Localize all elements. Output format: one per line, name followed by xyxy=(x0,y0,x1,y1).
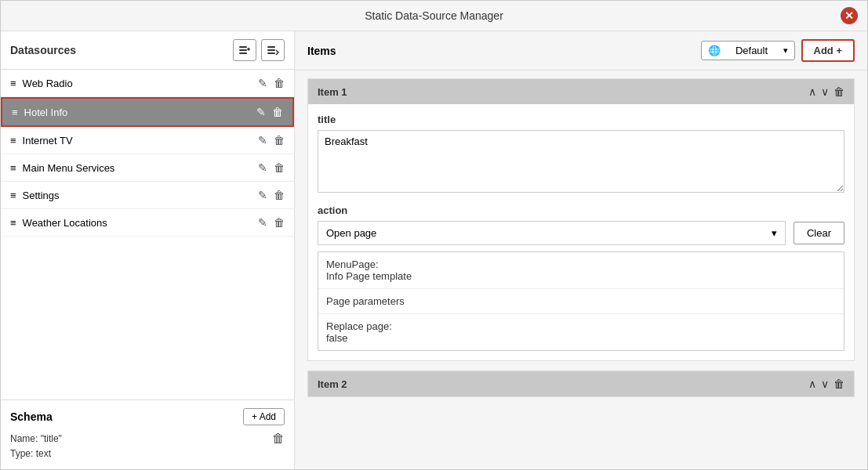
action-dropdown-label: Open page xyxy=(326,227,376,239)
lang-selector[interactable]: 🌐 Default ▾ xyxy=(701,41,795,60)
datasources-header: Datasources xyxy=(1,31,294,70)
lang-label: Default xyxy=(735,45,768,56)
item2-delete-button[interactable]: 🗑 xyxy=(833,378,844,390)
schema-info: Name: "title" Type: text xyxy=(10,432,62,461)
title-textarea[interactable]: Breakfast xyxy=(318,130,844,193)
datasource-item-settings[interactable]: ≡ Settings ✎ 🗑 xyxy=(1,182,294,209)
add-schema-button[interactable]: + Add xyxy=(243,408,285,425)
action-row: Open page ▾ Clear xyxy=(318,221,844,245)
action-field-label: action xyxy=(318,204,844,216)
svg-rect-7 xyxy=(267,52,275,54)
internet-tv-icon: ≡ xyxy=(10,135,16,146)
add-item-button[interactable]: Add + xyxy=(801,39,855,62)
web-radio-label: Web Radio xyxy=(23,78,73,89)
left-panel: Datasources xyxy=(1,31,295,469)
web-radio-icon: ≡ xyxy=(10,78,16,89)
datasource-list: ≡ Web Radio ✎ 🗑 ≡ Hotel Info ✎ xyxy=(1,70,294,400)
svg-rect-6 xyxy=(267,49,275,51)
config-datasource-icon xyxy=(267,44,279,56)
internet-tv-edit-icon[interactable]: ✎ xyxy=(258,134,267,146)
item1-controls: ∧ ∨ 🗑 xyxy=(808,85,844,98)
datasource-add-icon-btn[interactable] xyxy=(233,39,256,61)
internet-tv-label: Internet TV xyxy=(23,135,73,146)
item2-card: Item 2 ∧ ∨ 🗑 xyxy=(307,371,855,397)
schema-section: Schema + Add Name: "title" Type: text 🗑 xyxy=(1,400,294,469)
schema-title: Schema xyxy=(10,410,53,423)
window-title: Static Data-Source Manager xyxy=(27,9,841,22)
weather-icon: ≡ xyxy=(10,217,16,229)
weather-label: Weather Locations xyxy=(23,217,107,229)
hotel-info-edit-icon[interactable]: ✎ xyxy=(256,106,266,118)
main-menu-label: Main Menu Services xyxy=(23,162,115,174)
action-dropdown[interactable]: Open page ▾ xyxy=(318,221,786,245)
main-menu-edit-icon[interactable]: ✎ xyxy=(258,161,267,174)
item1-up-button[interactable]: ∧ xyxy=(808,85,816,98)
datasource-config-icon-btn[interactable] xyxy=(261,39,285,61)
hotel-info-delete-icon[interactable]: 🗑 xyxy=(272,106,283,118)
svg-rect-1 xyxy=(239,49,247,51)
internet-tv-delete-icon[interactable]: 🗑 xyxy=(274,134,285,146)
svg-rect-0 xyxy=(239,46,247,48)
item2-down-button[interactable]: ∨ xyxy=(821,378,829,390)
main-area: Datasources xyxy=(1,31,867,469)
param-row-replace-page: Replace page:false xyxy=(318,314,844,350)
item2-title: Item 2 xyxy=(318,378,347,390)
svg-rect-2 xyxy=(239,52,247,54)
item2-card-header: Item 2 ∧ ∨ 🗑 xyxy=(308,371,854,396)
svg-rect-4 xyxy=(248,48,249,51)
schema-name: Name: "title" xyxy=(10,432,62,446)
lang-chevron-icon: ▾ xyxy=(783,45,788,56)
main-menu-icon: ≡ xyxy=(10,162,16,174)
item1-body: title Breakfast action Open page ▾ Clear xyxy=(308,104,854,360)
clear-button[interactable]: Clear xyxy=(794,222,844,244)
datasource-item-weather-locations[interactable]: ≡ Weather Locations ✎ 🗑 xyxy=(1,209,294,237)
items-controls: 🌐 Default ▾ Add + xyxy=(701,39,855,62)
main-window: Static Data-Source Manager ✕ Datasources xyxy=(0,0,868,470)
schema-delete-icon[interactable]: 🗑 xyxy=(272,432,285,446)
item1-card-header: Item 1 ∧ ∨ 🗑 xyxy=(308,79,854,104)
item1-down-button[interactable]: ∨ xyxy=(821,85,829,98)
datasource-item-web-radio[interactable]: ≡ Web Radio ✎ 🗑 xyxy=(1,70,294,97)
right-panel: Items 🌐 Default ▾ Add + Item 1 xyxy=(295,31,867,469)
item1-delete-button[interactable]: 🗑 xyxy=(833,85,844,98)
item2-up-button[interactable]: ∧ xyxy=(808,378,816,390)
datasource-item-main-menu-services[interactable]: ≡ Main Menu Services ✎ 🗑 xyxy=(1,154,294,182)
settings-label: Settings xyxy=(23,190,60,201)
param-row-page-params: Page parameters xyxy=(318,289,844,314)
param-row-menupage: MenuPage:Info Page template xyxy=(318,252,844,289)
datasources-title: Datasources xyxy=(10,44,76,56)
hotel-info-label: Hotel Info xyxy=(24,107,68,118)
schema-header: Schema + Add xyxy=(10,408,285,425)
settings-delete-icon[interactable]: 🗑 xyxy=(274,189,285,201)
close-button[interactable]: ✕ xyxy=(841,7,858,24)
item2-controls: ∧ ∨ 🗑 xyxy=(808,378,844,390)
header-buttons xyxy=(233,39,285,61)
svg-rect-5 xyxy=(267,46,275,48)
weather-delete-icon[interactable]: 🗑 xyxy=(274,216,285,229)
main-menu-delete-icon[interactable]: 🗑 xyxy=(274,161,285,174)
weather-edit-icon[interactable]: ✎ xyxy=(258,216,267,229)
web-radio-delete-icon[interactable]: 🗑 xyxy=(274,77,285,89)
datasource-item-hotel-info[interactable]: ≡ Hotel Info ✎ 🗑 xyxy=(1,97,294,127)
lang-flag: 🌐 xyxy=(708,45,721,56)
action-params: MenuPage:Info Page template Page paramet… xyxy=(318,251,844,351)
schema-type: Type: text xyxy=(10,446,62,461)
add-datasource-icon xyxy=(238,44,251,56)
items-title: Items xyxy=(307,45,336,57)
settings-icon: ≡ xyxy=(10,190,16,201)
action-chevron-icon: ▾ xyxy=(772,227,777,239)
settings-edit-icon[interactable]: ✎ xyxy=(258,189,267,201)
items-header: Items 🌐 Default ▾ Add + xyxy=(295,31,867,70)
title-bar: Static Data-Source Manager ✕ xyxy=(1,1,867,31)
action-section: action Open page ▾ Clear MenuPage:Info P… xyxy=(318,204,844,351)
title-field-label: title xyxy=(318,114,844,125)
datasource-item-internet-tv[interactable]: ≡ Internet TV ✎ 🗑 xyxy=(1,127,294,154)
items-content: Item 1 ∧ ∨ 🗑 title Breakfast action xyxy=(295,70,867,469)
hotel-info-icon: ≡ xyxy=(12,107,18,118)
item1-card: Item 1 ∧ ∨ 🗑 title Breakfast action xyxy=(307,78,855,361)
item1-title: Item 1 xyxy=(318,86,347,98)
web-radio-edit-icon[interactable]: ✎ xyxy=(258,77,267,89)
